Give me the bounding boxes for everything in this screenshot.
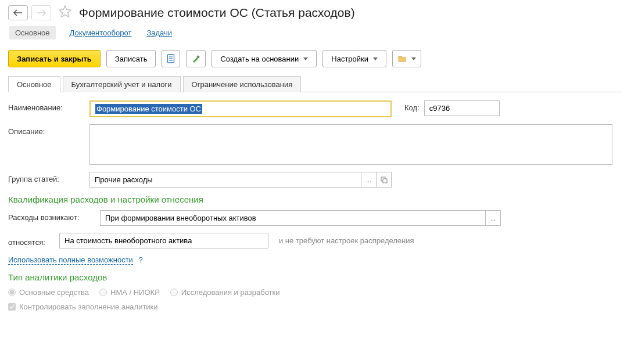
code-label: Код: xyxy=(404,100,420,112)
page-title: Формирование стоимости ОС (Статья расход… xyxy=(79,6,355,20)
radio-research[interactable]: Исследования и разработки xyxy=(170,288,280,297)
chevron-down-icon xyxy=(303,57,308,60)
group-select-button[interactable]: ... xyxy=(361,172,377,188)
linkbar-docflow[interactable]: Документооборот xyxy=(69,26,133,39)
description-textarea[interactable] xyxy=(89,124,612,165)
name-input[interactable]: Формирование стоимости ОС xyxy=(89,100,392,117)
section-analytics-title: Тип аналитики расходов xyxy=(8,272,623,282)
tab-accounting[interactable]: Бухгалтерский учет и налоги xyxy=(63,76,181,92)
linkbar-main[interactable]: Основное xyxy=(9,26,56,39)
radio-research-label: Исследования и разработки xyxy=(181,288,280,297)
arise-input[interactable] xyxy=(100,210,486,226)
linkbar-tasks[interactable]: Задачи xyxy=(145,26,173,39)
tab-restriction[interactable]: Ограничение использования xyxy=(183,76,302,92)
svg-rect-7 xyxy=(383,179,387,183)
use-full-link[interactable]: Использовать полные возможности xyxy=(8,255,133,265)
arise-select-button[interactable]: ... xyxy=(486,210,501,226)
code-input[interactable] xyxy=(424,100,500,116)
save-button[interactable]: Записать xyxy=(106,50,156,67)
section-qualification-title: Квалификация расходов и настройки отнесе… xyxy=(8,194,623,204)
relate-label: относятся: xyxy=(8,235,55,247)
radio-nma[interactable]: НМА / НИОКР xyxy=(99,288,160,297)
radio-research-input[interactable] xyxy=(170,289,178,296)
settings-button[interactable]: Настройки xyxy=(322,50,386,67)
folder-icon xyxy=(397,54,407,63)
settings-label: Настройки xyxy=(331,55,368,63)
radio-fixed-assets[interactable]: Основные средства xyxy=(8,288,89,297)
svg-marker-0 xyxy=(59,6,71,17)
create-based-button[interactable]: Создать на основании xyxy=(211,50,317,67)
radio-fixed-assets-input[interactable] xyxy=(8,289,16,296)
document-icon xyxy=(167,54,175,63)
arise-label: Расходы возникают: xyxy=(8,210,95,222)
radio-fixed-assets-label: Основные средства xyxy=(19,288,89,297)
radio-nma-label: НМА / НИОКР xyxy=(110,288,160,297)
name-input-value: Формирование стоимости ОС xyxy=(95,104,202,114)
relate-hint: и не требуют настроек распределения xyxy=(279,236,414,245)
marker-icon-button[interactable] xyxy=(186,50,206,67)
description-label: Описание: xyxy=(8,124,85,136)
relate-input[interactable] xyxy=(59,233,268,248)
open-icon xyxy=(381,176,388,183)
nav-forward-button[interactable] xyxy=(31,5,51,20)
group-open-button[interactable] xyxy=(377,172,392,188)
group-input[interactable] xyxy=(89,172,361,188)
control-fill-label: Контролировать заполнение аналитики xyxy=(19,302,158,311)
control-fill-checkbox[interactable] xyxy=(8,303,16,311)
help-icon[interactable]: ? xyxy=(138,255,142,264)
create-based-label: Создать на основании xyxy=(220,55,299,63)
name-label: Наименование: xyxy=(8,100,85,112)
control-fill-check[interactable]: Контролировать заполнение аналитики xyxy=(8,302,623,311)
chevron-down-icon xyxy=(373,57,378,60)
list-icon-button[interactable] xyxy=(162,50,180,67)
save-and-close-button[interactable]: Записать и закрыть xyxy=(8,50,101,67)
group-label: Группа статей: xyxy=(8,172,85,183)
star-icon[interactable] xyxy=(58,5,72,20)
attach-icon-button[interactable] xyxy=(392,50,421,67)
radio-nma-input[interactable] xyxy=(99,289,107,296)
chevron-down-icon xyxy=(411,57,416,60)
nav-back-button[interactable] xyxy=(8,5,28,20)
tab-main[interactable]: Основное xyxy=(8,76,60,92)
marker-icon xyxy=(191,54,200,63)
